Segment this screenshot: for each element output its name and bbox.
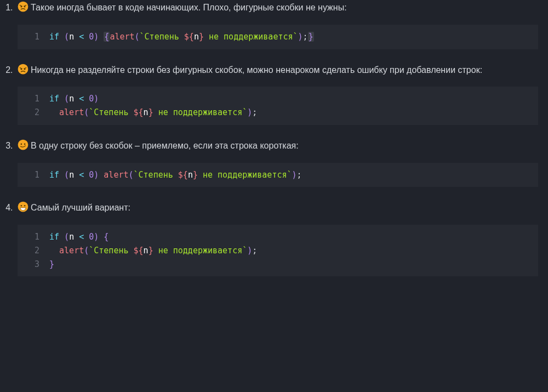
item-text: Самый лучший вариант:	[31, 203, 130, 212]
code-token	[74, 170, 79, 180]
svg-point-6	[18, 139, 28, 150]
code-token: {	[104, 232, 109, 242]
angry-emoji-icon	[18, 64, 28, 75]
code-token	[59, 32, 64, 42]
code-content: alert(`Степень ${n} не поддерживается`);	[49, 244, 538, 258]
code-token	[59, 94, 64, 104]
code-token: }	[49, 259, 54, 269]
code-block: 1if (n < 0) {2 alert(`Степень ${n} не по…	[18, 225, 538, 276]
code-line: 2 alert(`Степень ${n} не поддерживается`…	[18, 106, 538, 120]
line-number: 1	[18, 30, 49, 44]
code-token: alert	[59, 107, 84, 117]
code-token: )	[94, 94, 99, 104]
code-token: if	[49, 232, 59, 242]
code-content: if (n < 0)	[49, 92, 538, 106]
code-token: не поддерживается`	[198, 170, 292, 180]
code-token: }	[149, 246, 153, 255]
code-token: n	[144, 107, 149, 117]
code-token: n	[188, 170, 193, 180]
code-token: n	[144, 246, 149, 255]
code-block: 1if (n < 0) alert(`Степень ${n} не подде…	[18, 163, 538, 188]
code-token: n	[194, 32, 199, 42]
code-line: 2 alert(`Степень ${n} не поддерживается`…	[18, 244, 538, 258]
code-token: ${	[134, 107, 144, 117]
code-token: <	[79, 170, 84, 180]
code-token: )	[94, 32, 99, 42]
code-token	[59, 232, 64, 242]
code-token	[74, 94, 79, 104]
code-token: alert	[104, 170, 128, 180]
svg-point-1	[21, 6, 22, 8]
code-token: )	[298, 32, 303, 42]
item-text: В одну строку без скобок – приемлемо, ес…	[31, 141, 299, 150]
code-token: (	[64, 170, 69, 180]
code-token: ;	[252, 246, 257, 255]
code-token: <	[79, 32, 84, 42]
code-token	[84, 94, 89, 104]
code-token: `Степень	[89, 246, 133, 255]
code-token: alert	[110, 32, 134, 42]
code-token: <	[79, 232, 84, 242]
svg-point-5	[24, 69, 26, 70]
code-token: 0	[89, 32, 94, 42]
code-token: ;	[297, 170, 302, 180]
code-token	[84, 170, 89, 180]
line-number: 2	[18, 244, 49, 258]
code-token: )	[94, 232, 99, 242]
code-token: )	[247, 107, 252, 117]
code-token: (	[64, 232, 69, 242]
code-token: if	[49, 94, 59, 104]
code-token: <	[79, 94, 84, 104]
line-number: 1	[18, 92, 49, 106]
code-token: не поддерживается`	[204, 32, 298, 42]
code-token: {	[104, 32, 110, 42]
code-token: n	[69, 32, 74, 42]
code-line: 1if (n < 0)	[18, 92, 538, 106]
code-token: (	[84, 107, 89, 117]
svg-point-10	[21, 205, 22, 207]
code-token	[99, 32, 104, 42]
code-token: не поддерживается`	[153, 107, 248, 117]
code-block: 1if (n < 0) {alert(`Степень ${n} не подд…	[18, 25, 538, 49]
svg-point-8	[24, 143, 26, 145]
svg-point-7	[21, 143, 22, 145]
code-token: `Степень	[89, 107, 133, 117]
code-content: }	[49, 258, 538, 271]
code-token: }	[308, 32, 314, 42]
line-number: 1	[18, 168, 49, 182]
code-content: if (n < 0) {	[49, 230, 538, 244]
code-token: `Степень	[140, 32, 184, 42]
code-content: alert(`Степень ${n} не поддерживается`);	[49, 106, 538, 120]
code-token: if	[49, 32, 59, 42]
code-token: n	[69, 232, 74, 242]
code-token	[99, 170, 104, 180]
code-token: )	[247, 246, 252, 255]
code-token: ${	[134, 246, 144, 255]
code-line: 1if (n < 0) {alert(`Степень ${n} не подд…	[18, 30, 538, 44]
code-token: (	[135, 32, 140, 42]
svg-point-3	[18, 64, 28, 74]
code-content: if (n < 0) {alert(`Степень ${n} не подде…	[49, 30, 538, 44]
line-number: 1	[18, 230, 49, 244]
code-token: )	[292, 170, 297, 180]
code-token: }	[199, 32, 204, 42]
code-token: )	[94, 170, 99, 180]
code-content: if (n < 0) alert(`Степень ${n} не поддер…	[49, 168, 538, 182]
list-item: Такое иногда бывает в коде начинающих. П…	[15, 1, 538, 49]
code-token: (	[84, 246, 89, 255]
code-token	[49, 246, 59, 255]
smirk-emoji-icon	[18, 139, 28, 150]
code-block: 1if (n < 0)2 alert(`Степень ${n} не подд…	[18, 87, 538, 125]
code-token: if	[49, 170, 59, 180]
code-token: 0	[89, 232, 94, 242]
code-token: }	[193, 170, 198, 180]
svg-point-4	[21, 69, 22, 70]
code-token: (	[64, 94, 69, 104]
code-line: 3}	[18, 258, 538, 271]
code-token: n	[69, 94, 74, 104]
code-token	[84, 32, 89, 42]
code-token: не поддерживается`	[153, 246, 248, 255]
svg-point-11	[24, 205, 26, 207]
angry-emoji-icon	[18, 1, 28, 12]
code-line: 1if (n < 0) {	[18, 230, 538, 244]
